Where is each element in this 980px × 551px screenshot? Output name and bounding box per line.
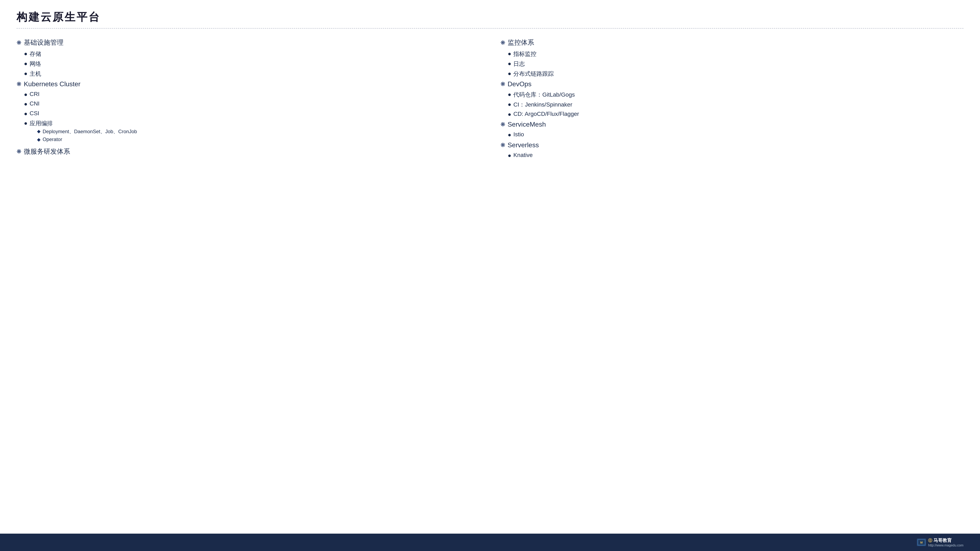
item-label: Istio xyxy=(513,131,524,138)
item-label: 存储 xyxy=(30,50,41,58)
section-k8s-label: Kubernetes Cluster xyxy=(24,80,81,88)
list-item: ● CSI xyxy=(24,110,480,118)
sub-item-label: Deployment、DaemonSet、Job、CronJob xyxy=(43,128,137,135)
sub-list: ◆ Deployment、DaemonSet、Job、CronJob ◆ Ope… xyxy=(37,128,137,143)
section-devops: ❋ DevOps ● 代码仓库：GitLab/Gogs ● CI：Jenkins… xyxy=(500,80,964,118)
gear-icon-micro: ❋ xyxy=(17,148,21,155)
section-infra: ❋ 基础设施管理 ● 存储 ● 网络 ● 主机 xyxy=(17,38,480,78)
divider xyxy=(17,28,963,29)
list-item: ● 主机 xyxy=(24,70,480,78)
magedu-logo-svg: M xyxy=(918,540,925,545)
item-label: 网络 xyxy=(30,60,41,68)
item-label: 代码仓库：GitLab/Gogs xyxy=(513,91,575,98)
right-column: ❋ 监控体系 ● 指标监控 ● 日志 ● 分布式链路跟踪 xyxy=(492,36,964,526)
sub-item-label: Operator xyxy=(43,137,62,142)
gear-icon-infra: ❋ xyxy=(17,39,21,46)
footer-brand: ⓪ 马哥教育 xyxy=(928,537,951,543)
list-item: ● CD: ArgoCD/Flux/Flagger xyxy=(508,111,964,118)
footer-text: ⓪ 马哥教育 http://www.magedu.com xyxy=(928,537,963,547)
list-item: ● CNI xyxy=(24,100,480,108)
content-area: ❋ 基础设施管理 ● 存储 ● 网络 ● 主机 xyxy=(17,36,963,526)
item-label: 主机 xyxy=(30,70,41,78)
item-label: CI：Jenkins/Spinnaker xyxy=(513,101,572,109)
item-label: 分布式链路跟踪 xyxy=(513,70,554,78)
bullet-dot: ● xyxy=(508,70,511,77)
svg-text:M: M xyxy=(920,541,923,544)
bullet-dot: ● xyxy=(508,50,511,57)
list-item: ● CRI xyxy=(24,91,480,98)
bullet-dot: ● xyxy=(24,100,27,108)
slide-container: 构建云原生平台 ❋ 基础设施管理 ● 存储 ● 网络 xyxy=(0,0,980,534)
section-micro: ❋ 微服务研发体系 xyxy=(17,147,480,156)
section-micro-header: ❋ 微服务研发体系 xyxy=(17,147,480,156)
list-item: ● 网络 xyxy=(24,60,480,68)
infra-list: ● 存储 ● 网络 ● 主机 xyxy=(24,50,480,78)
section-k8s: ❋ Kubernetes Cluster ● CRI ● CNI ● CSI xyxy=(17,80,480,144)
gear-icon-k8s: ❋ xyxy=(17,81,21,87)
monitor-list: ● 指标监控 ● 日志 ● 分布式链路跟踪 xyxy=(508,50,964,78)
gear-icon-devops: ❋ xyxy=(500,81,505,87)
list-item: ● 日志 xyxy=(508,60,964,68)
sub-list-item: ◆ Operator xyxy=(37,137,137,143)
sub-list-item: ◆ Deployment、DaemonSet、Job、CronJob xyxy=(37,128,137,135)
bullet-dot: ● xyxy=(508,131,511,138)
gear-icon-serverless: ❋ xyxy=(500,142,505,149)
k8s-list: ● CRI ● CNI ● CSI ● 应用编排 xyxy=(24,91,480,144)
bullet-dot: ● xyxy=(24,70,27,77)
list-item: ● 分布式链路跟踪 xyxy=(508,70,964,78)
bullet-dot: ● xyxy=(24,119,27,127)
item-label: CNI xyxy=(30,100,40,107)
bullet-dot: ● xyxy=(508,60,511,67)
section-monitor-header: ❋ 监控体系 xyxy=(500,38,964,47)
section-infra-header: ❋ 基础设施管理 xyxy=(17,38,480,47)
item-label: Knative xyxy=(513,152,533,159)
list-item: ● 代码仓库：GitLab/Gogs xyxy=(508,91,964,98)
bullet-dot: ● xyxy=(508,91,511,98)
serverless-list: ● Knative xyxy=(508,152,964,159)
footer-url: http://www.magedu.com xyxy=(928,543,963,547)
left-column: ❋ 基础设施管理 ● 存储 ● 网络 ● 主机 xyxy=(17,36,492,526)
section-micro-label: 微服务研发体系 xyxy=(24,147,70,156)
bullet-dot: ● xyxy=(24,50,27,57)
list-item: ● 指标监控 xyxy=(508,50,964,58)
section-serverless-label: Serverless xyxy=(508,141,539,149)
section-servicemesh: ❋ ServiceMesh ● Istio xyxy=(500,121,964,138)
item-label: 指标监控 xyxy=(513,50,536,58)
list-item: ● 应用编排 ◆ Deployment、DaemonSet、Job、CronJo… xyxy=(24,119,480,144)
section-devops-label: DevOps xyxy=(508,80,532,88)
bullet-dot: ● xyxy=(24,110,27,118)
item-label: CD: ArgoCD/Flux/Flagger xyxy=(513,111,579,117)
item-label: CSI xyxy=(30,110,39,117)
section-monitor: ❋ 监控体系 ● 指标监控 ● 日志 ● 分布式链路跟踪 xyxy=(500,38,964,78)
footer-logo: M ⓪ 马哥教育 http://www.magedu.com xyxy=(917,537,963,547)
footer: M ⓪ 马哥教育 http://www.magedu.com xyxy=(0,534,980,551)
item-label: CRI xyxy=(30,91,40,97)
gear-icon-servicemesh: ❋ xyxy=(500,121,505,128)
devops-list: ● 代码仓库：GitLab/Gogs ● CI：Jenkins/Spinnake… xyxy=(508,91,964,118)
bullet-dot: ● xyxy=(24,60,27,67)
section-monitor-label: 监控体系 xyxy=(508,38,534,47)
gear-icon-monitor: ❋ xyxy=(500,39,505,46)
footer-logo-icon: M xyxy=(917,538,926,546)
section-servicemesh-header: ❋ ServiceMesh xyxy=(500,121,964,128)
section-devops-header: ❋ DevOps xyxy=(500,80,964,88)
list-item: ● Knative xyxy=(508,152,964,159)
list-item: ● Istio xyxy=(508,131,964,138)
section-servicemesh-label: ServiceMesh xyxy=(508,121,546,128)
servicemesh-list: ● Istio xyxy=(508,131,964,138)
bullet-dot: ● xyxy=(508,111,511,118)
section-k8s-header: ❋ Kubernetes Cluster xyxy=(17,80,480,88)
item-with-sub: 应用编排 ◆ Deployment、DaemonSet、Job、CronJob … xyxy=(30,119,137,144)
item-label: 应用编排 xyxy=(30,120,53,127)
section-serverless-header: ❋ Serverless xyxy=(500,141,964,149)
slide-title: 构建云原生平台 xyxy=(17,10,963,24)
list-item: ● 存储 xyxy=(24,50,480,58)
section-serverless: ❋ Serverless ● Knative xyxy=(500,141,964,159)
diamond-icon: ◆ xyxy=(37,128,41,135)
bullet-dot: ● xyxy=(24,91,27,98)
item-label: 日志 xyxy=(513,60,525,68)
diamond-icon: ◆ xyxy=(37,137,41,143)
bullet-dot: ● xyxy=(508,101,511,108)
bullet-dot: ● xyxy=(508,152,511,159)
section-infra-label: 基础设施管理 xyxy=(24,38,64,47)
